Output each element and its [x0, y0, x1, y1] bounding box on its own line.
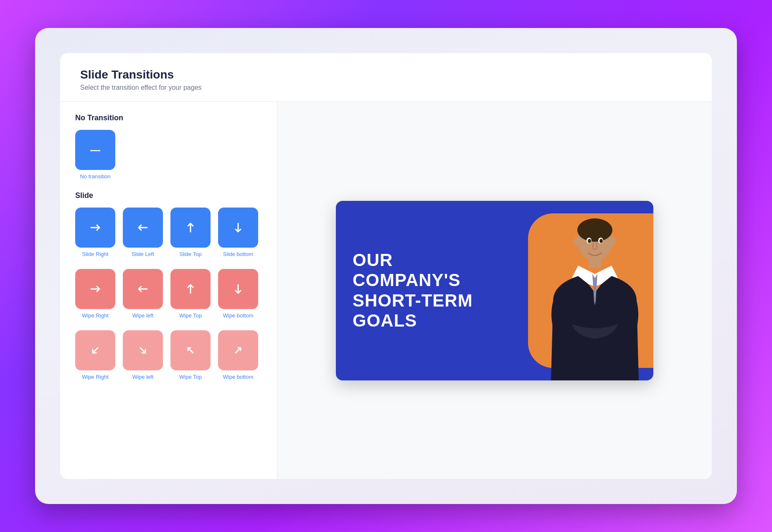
wipe-top-2-button[interactable]	[170, 330, 211, 370]
transition-item-wipe-top-1[interactable]: Wipe Top	[170, 269, 211, 319]
wipe-up-left-icon	[184, 344, 197, 357]
transition-item-wipe-right-2[interactable]: Wipe Right	[75, 330, 115, 380]
transition-item-wipe-top-2[interactable]: Wipe Top	[170, 330, 211, 380]
arrow-up-icon	[184, 221, 197, 234]
svg-point-6	[599, 239, 603, 243]
wipe-top-2-label: Wipe Top	[179, 374, 202, 380]
person-figure	[541, 218, 649, 380]
slide-preview: OUR COMPANY'S SHORT-TERM GOALS	[336, 201, 653, 380]
wipe-bottom-1-label: Wipe bottom	[223, 312, 254, 319]
header: Slide Transitions Select the transition …	[60, 53, 712, 102]
no-transition-label: No transition	[80, 173, 111, 180]
wipe-right-1-label: Wipe Right	[82, 312, 109, 319]
headline-line4: GOALS	[353, 311, 473, 331]
wipe-left-1-button[interactable]	[123, 269, 163, 309]
slide-section-label: Slide	[75, 191, 262, 200]
transition-item-slide-top[interactable]: Slide Top	[170, 208, 211, 257]
wipe-grid-2: Wipe Right Wipe left	[75, 330, 262, 380]
wipe-right-2-button[interactable]	[75, 330, 115, 370]
svg-point-8	[609, 237, 616, 247]
transition-item-slide-bottom[interactable]: Slide bottom	[218, 208, 258, 257]
wipe-left-1-label: Wipe left	[132, 312, 154, 319]
transition-item-wipe-left-1[interactable]: Wipe left	[123, 269, 163, 319]
svg-point-7	[574, 237, 581, 247]
content-area: No Transition — No transition Slide	[60, 102, 712, 479]
svg-point-1	[577, 218, 612, 242]
wipe-down-left-icon	[89, 344, 102, 357]
slide-bottom-label: Slide bottom	[223, 251, 253, 257]
left-panel: No Transition — No transition Slide	[60, 102, 277, 479]
wipe-down-right-icon	[136, 344, 150, 357]
headline-line3: SHORT-TERM	[353, 291, 473, 311]
slide-top-label: Slide Top	[179, 251, 201, 257]
slide-right-label: Slide Right	[82, 251, 109, 257]
wipe-right-1-button[interactable]	[75, 269, 115, 309]
wipe-right-arrow-icon	[89, 282, 102, 296]
wipe-left-2-label: Wipe left	[132, 374, 154, 380]
no-transition-grid: — No transition	[75, 130, 262, 180]
wipe-up-right-icon	[231, 344, 245, 357]
arrow-right-icon	[89, 221, 102, 234]
slide-top-button[interactable]	[170, 208, 211, 248]
wipe-down-arrow-icon	[231, 282, 245, 296]
svg-rect-2	[589, 257, 601, 268]
wipe-left-2-button[interactable]	[123, 330, 163, 370]
wipe-up-arrow-icon	[184, 282, 197, 296]
transition-item-wipe-bottom-1[interactable]: Wipe bottom	[218, 269, 258, 319]
headline-line1: OUR	[353, 250, 473, 270]
no-transition-section-label: No Transition	[75, 114, 262, 122]
transition-item-no-transition[interactable]: — No transition	[75, 130, 115, 180]
slide-text-area: OUR COMPANY'S SHORT-TERM GOALS	[336, 201, 511, 380]
slide-grid: Slide Right Slide Left	[75, 208, 262, 257]
transition-item-wipe-bottom-2[interactable]: Wipe bottom	[218, 330, 258, 380]
right-panel: OUR COMPANY'S SHORT-TERM GOALS	[277, 102, 712, 479]
transition-item-wipe-left-2[interactable]: Wipe left	[123, 330, 163, 380]
page-title: Slide Transitions	[80, 68, 692, 81]
no-transition-button[interactable]: —	[75, 130, 115, 170]
wipe-top-1-button[interactable]	[170, 269, 211, 309]
slide-left-label: Slide Left	[132, 251, 154, 257]
wipe-left-arrow-icon	[136, 282, 150, 296]
arrow-left-icon	[136, 221, 150, 234]
wipe-bottom-1-button[interactable]	[218, 269, 258, 309]
slide-left-button[interactable]	[123, 208, 163, 248]
person-silhouette	[536, 213, 653, 380]
transition-item-slide-left[interactable]: Slide Left	[123, 208, 163, 257]
wipe-grid-1: Wipe Right Wipe left	[75, 269, 262, 319]
dash-icon: —	[90, 144, 100, 156]
arrow-down-icon	[231, 221, 245, 234]
slide-right-button[interactable]	[75, 208, 115, 248]
wipe-top-1-label: Wipe Top	[179, 312, 202, 319]
transition-item-wipe-right-1[interactable]: Wipe Right	[75, 269, 115, 319]
page-subtitle: Select the transition effect for your pa…	[80, 84, 692, 91]
wipe-bottom-2-button[interactable]	[218, 330, 258, 370]
inner-card: Slide Transitions Select the transition …	[60, 53, 712, 479]
wipe-right-2-label: Wipe Right	[82, 374, 109, 380]
slide-image-area	[511, 201, 653, 380]
transition-item-slide-right[interactable]: Slide Right	[75, 208, 115, 257]
headline-line2: COMPANY'S	[353, 270, 473, 290]
wipe-bottom-2-label: Wipe bottom	[223, 374, 254, 380]
slide-headline: OUR COMPANY'S SHORT-TERM GOALS	[353, 250, 473, 331]
svg-point-5	[588, 239, 591, 243]
outer-card: Slide Transitions Select the transition …	[35, 28, 737, 504]
slide-bottom-button[interactable]	[218, 208, 258, 248]
